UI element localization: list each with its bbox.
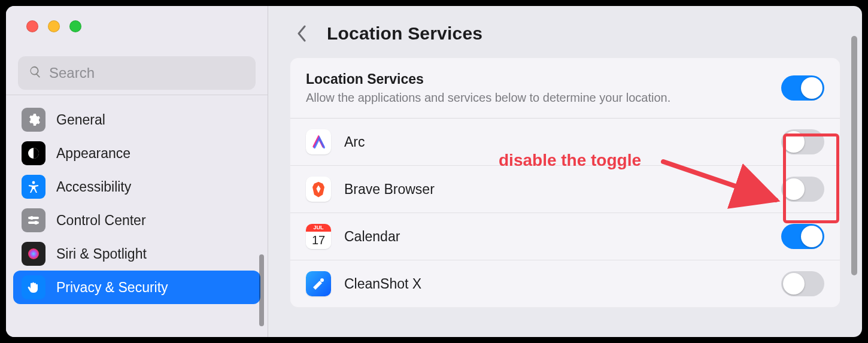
sidebar-item-privacy-security[interactable]: Privacy & Security xyxy=(13,271,260,304)
sidebar-nav: GeneralAppearanceAccessibilityControl Ce… xyxy=(6,98,268,309)
arc-app-icon xyxy=(306,129,331,154)
appearance-icon xyxy=(22,141,45,165)
toggle-calendar[interactable] xyxy=(781,224,824,249)
svg-point-7 xyxy=(320,278,324,282)
master-subtitle: Allow the applications and services belo… xyxy=(306,91,769,105)
svg-point-4 xyxy=(30,216,34,220)
toggle-brave-browser[interactable] xyxy=(781,177,824,202)
settings-window: GeneralAppearanceAccessibilityControl Ce… xyxy=(6,6,862,337)
sidebar-scrollbar[interactable] xyxy=(259,254,264,326)
minimize-window-button[interactable] xyxy=(48,20,60,32)
cleanshot-x-app-icon xyxy=(306,271,331,296)
sidebar-item-label: Accessibility xyxy=(56,179,131,195)
sliders-icon xyxy=(22,208,45,232)
main-scrollbar[interactable] xyxy=(851,36,857,275)
sidebar: GeneralAppearanceAccessibilityControl Ce… xyxy=(6,6,268,337)
main-pane: Location Services Location Services Allo… xyxy=(268,6,862,337)
toggle-arc[interactable] xyxy=(781,129,824,154)
calendar-app-icon: JUL17 xyxy=(306,224,331,249)
svg-point-5 xyxy=(34,221,38,224)
search-input[interactable] xyxy=(49,65,245,81)
sidebar-item-label: General xyxy=(56,112,105,128)
sidebar-item-label: Siri & Spotlight xyxy=(56,246,147,262)
sidebar-item-control-center[interactable]: Control Center xyxy=(13,204,260,237)
app-row-calendar: JUL17Calendar xyxy=(290,213,840,260)
svg-point-6 xyxy=(28,248,39,259)
search-container xyxy=(6,48,268,98)
gear-icon xyxy=(22,108,45,132)
app-row-cleanshot-x: CleanShot X xyxy=(290,260,840,307)
app-row-brave-browser: Brave Browser xyxy=(290,166,840,213)
app-name-label: Arc xyxy=(344,134,768,150)
hand-icon xyxy=(22,275,45,299)
app-name-label: Brave Browser xyxy=(344,181,768,198)
toggle-cleanshot-x[interactable] xyxy=(781,271,824,296)
master-title: Location Services xyxy=(306,71,769,87)
location-services-master-toggle[interactable] xyxy=(781,75,824,101)
search-icon xyxy=(29,65,42,81)
siri-icon xyxy=(22,242,45,266)
brave-browser-app-icon xyxy=(306,177,331,202)
app-name-label: CleanShot X xyxy=(344,276,768,292)
back-button[interactable] xyxy=(291,23,312,44)
page-title: Location Services xyxy=(327,23,482,44)
sidebar-item-label: Privacy & Security xyxy=(56,280,168,296)
sidebar-item-label: Control Center xyxy=(56,213,146,229)
app-row-arc: Arc xyxy=(290,119,840,166)
search-field[interactable] xyxy=(18,56,256,90)
app-name-label: Calendar xyxy=(344,229,768,245)
sidebar-item-label: Appearance xyxy=(56,145,130,162)
header: Location Services xyxy=(268,6,862,57)
sidebar-item-accessibility[interactable]: Accessibility xyxy=(13,170,260,204)
settings-panel: Location Services Allow the applications… xyxy=(290,57,840,308)
chevron-left-icon xyxy=(296,25,307,43)
window-controls xyxy=(6,6,268,48)
master-toggle-row: Location Services Allow the applications… xyxy=(290,58,840,119)
zoom-window-button[interactable] xyxy=(69,20,81,32)
sidebar-item-general[interactable]: General xyxy=(13,103,260,136)
sidebar-item-appearance[interactable]: Appearance xyxy=(13,136,260,170)
sidebar-item-siri-spotlight[interactable]: Siri & Spotlight xyxy=(13,237,260,271)
close-window-button[interactable] xyxy=(26,20,38,32)
svg-point-1 xyxy=(32,181,35,184)
accessibility-icon xyxy=(22,175,45,199)
